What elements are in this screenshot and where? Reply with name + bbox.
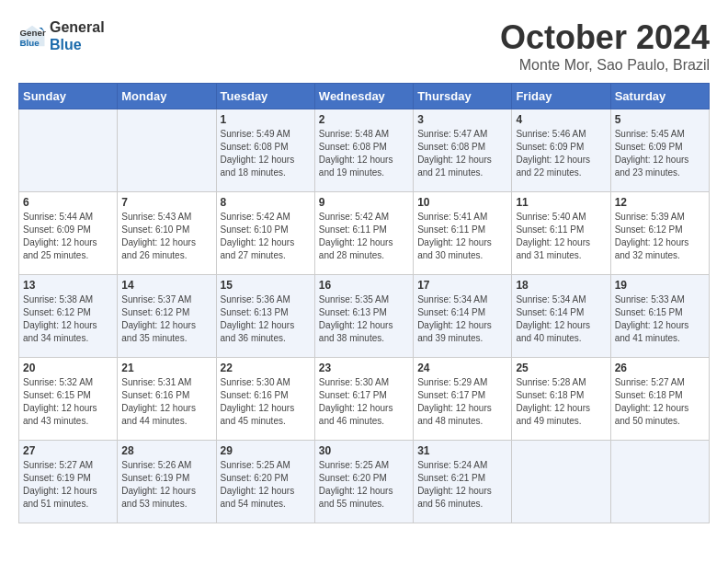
calendar-day-cell: 1Sunrise: 5:49 AMSunset: 6:08 PMDaylight…: [216, 109, 314, 192]
day-number: 17: [417, 279, 507, 292]
day-info: Sunrise: 5:25 AMSunset: 6:20 PMDaylight:…: [319, 459, 409, 511]
weekday-header: Monday: [118, 84, 216, 109]
calendar-day-cell: [118, 109, 216, 192]
calendar-day-cell: 18Sunrise: 5:34 AMSunset: 6:14 PMDayligh…: [512, 275, 610, 358]
weekday-header: Saturday: [610, 84, 709, 109]
weekday-header: Thursday: [414, 84, 512, 109]
calendar-day-cell: 23Sunrise: 5:30 AMSunset: 6:17 PMDayligh…: [314, 358, 413, 441]
calendar-day-cell: 22Sunrise: 5:30 AMSunset: 6:16 PMDayligh…: [216, 358, 314, 441]
calendar-day-cell: [512, 441, 610, 523]
calendar-day-cell: 16Sunrise: 5:35 AMSunset: 6:13 PMDayligh…: [314, 275, 413, 358]
day-number: 2: [319, 113, 409, 126]
day-number: 7: [121, 196, 211, 209]
calendar-day-cell: 24Sunrise: 5:29 AMSunset: 6:17 PMDayligh…: [414, 358, 512, 441]
day-info: Sunrise: 5:48 AMSunset: 6:08 PMDaylight:…: [319, 128, 409, 179]
calendar-day-cell: 6Sunrise: 5:44 AMSunset: 6:09 PMDaylight…: [19, 192, 118, 275]
day-info: Sunrise: 5:29 AMSunset: 6:17 PMDaylight:…: [417, 376, 507, 428]
calendar-day-cell: 10Sunrise: 5:41 AMSunset: 6:11 PMDayligh…: [414, 192, 512, 275]
calendar-week-row: 27Sunrise: 5:27 AMSunset: 6:19 PMDayligh…: [19, 441, 710, 523]
day-info: Sunrise: 5:46 AMSunset: 6:09 PMDaylight:…: [516, 128, 606, 179]
day-number: 5: [615, 113, 705, 126]
day-info: Sunrise: 5:30 AMSunset: 6:17 PMDaylight:…: [319, 376, 409, 428]
calendar-week-row: 20Sunrise: 5:32 AMSunset: 6:15 PMDayligh…: [19, 358, 710, 441]
calendar-day-cell: [610, 441, 709, 523]
calendar-day-cell: 2Sunrise: 5:48 AMSunset: 6:08 PMDaylight…: [314, 109, 413, 192]
day-info: Sunrise: 5:27 AMSunset: 6:18 PMDaylight:…: [615, 376, 705, 428]
day-info: Sunrise: 5:24 AMSunset: 6:21 PMDaylight:…: [417, 459, 507, 511]
calendar-day-cell: 21Sunrise: 5:31 AMSunset: 6:16 PMDayligh…: [118, 358, 216, 441]
weekday-header: Friday: [512, 84, 610, 109]
day-info: Sunrise: 5:30 AMSunset: 6:16 PMDaylight:…: [221, 376, 311, 428]
svg-text:Blue: Blue: [20, 38, 40, 48]
day-number: 8: [221, 196, 311, 209]
header: General Blue General Blue October 2024 M…: [18, 18, 710, 74]
day-number: 9: [319, 196, 409, 209]
logo-blue: Blue: [50, 36, 105, 53]
day-info: Sunrise: 5:34 AMSunset: 6:14 PMDaylight:…: [516, 293, 606, 345]
day-info: Sunrise: 5:34 AMSunset: 6:14 PMDaylight:…: [417, 293, 507, 345]
calendar-day-cell: 28Sunrise: 5:26 AMSunset: 6:19 PMDayligh…: [118, 441, 216, 523]
day-info: Sunrise: 5:36 AMSunset: 6:13 PMDaylight:…: [221, 293, 311, 345]
calendar-day-cell: 29Sunrise: 5:25 AMSunset: 6:20 PMDayligh…: [216, 441, 314, 523]
page-title: October 2024: [500, 18, 710, 57]
day-info: Sunrise: 5:28 AMSunset: 6:18 PMDaylight:…: [516, 376, 606, 428]
day-info: Sunrise: 5:33 AMSunset: 6:15 PMDaylight:…: [615, 293, 705, 345]
day-number: 12: [615, 196, 705, 209]
day-number: 16: [319, 279, 409, 292]
calendar-day-cell: 13Sunrise: 5:38 AMSunset: 6:12 PMDayligh…: [19, 275, 118, 358]
day-number: 21: [121, 362, 211, 374]
day-number: 10: [417, 196, 507, 209]
calendar-day-cell: 12Sunrise: 5:39 AMSunset: 6:12 PMDayligh…: [610, 192, 709, 275]
calendar-day-cell: 20Sunrise: 5:32 AMSunset: 6:15 PMDayligh…: [19, 358, 118, 441]
day-number: 26: [615, 362, 705, 374]
calendar-day-cell: 5Sunrise: 5:45 AMSunset: 6:09 PMDaylight…: [610, 109, 709, 192]
logo: General Blue General Blue: [18, 18, 105, 53]
day-number: 6: [23, 196, 113, 209]
calendar-day-cell: 11Sunrise: 5:40 AMSunset: 6:11 PMDayligh…: [512, 192, 610, 275]
calendar-day-cell: 25Sunrise: 5:28 AMSunset: 6:18 PMDayligh…: [512, 358, 610, 441]
day-number: 3: [417, 113, 507, 126]
day-number: 20: [23, 362, 113, 374]
day-info: Sunrise: 5:40 AMSunset: 6:11 PMDaylight:…: [516, 211, 606, 262]
logo-icon: General Blue: [18, 22, 46, 50]
calendar-week-row: 1Sunrise: 5:49 AMSunset: 6:08 PMDaylight…: [19, 109, 710, 192]
day-number: 1: [221, 113, 311, 126]
day-info: Sunrise: 5:49 AMSunset: 6:08 PMDaylight:…: [221, 128, 311, 179]
calendar-day-cell: 19Sunrise: 5:33 AMSunset: 6:15 PMDayligh…: [610, 275, 709, 358]
day-number: 24: [417, 362, 507, 374]
day-number: 18: [516, 279, 606, 292]
calendar-day-cell: 3Sunrise: 5:47 AMSunset: 6:08 PMDaylight…: [414, 109, 512, 192]
page-subtitle: Monte Mor, Sao Paulo, Brazil: [500, 57, 710, 74]
day-info: Sunrise: 5:44 AMSunset: 6:09 PMDaylight:…: [23, 211, 113, 262]
day-number: 19: [615, 279, 705, 292]
calendar-day-cell: [19, 109, 118, 192]
calendar-day-cell: 27Sunrise: 5:27 AMSunset: 6:19 PMDayligh…: [19, 441, 118, 523]
calendar-day-cell: 30Sunrise: 5:25 AMSunset: 6:20 PMDayligh…: [314, 441, 413, 523]
calendar-week-row: 6Sunrise: 5:44 AMSunset: 6:09 PMDaylight…: [19, 192, 710, 275]
weekday-header: Sunday: [19, 84, 118, 109]
day-number: 14: [121, 279, 211, 292]
calendar-day-cell: 8Sunrise: 5:42 AMSunset: 6:10 PMDaylight…: [216, 192, 314, 275]
day-number: 30: [319, 444, 409, 457]
day-info: Sunrise: 5:25 AMSunset: 6:20 PMDaylight:…: [221, 459, 311, 511]
day-info: Sunrise: 5:39 AMSunset: 6:12 PMDaylight:…: [615, 211, 705, 262]
day-number: 4: [516, 113, 606, 126]
day-info: Sunrise: 5:41 AMSunset: 6:11 PMDaylight:…: [417, 211, 507, 262]
day-info: Sunrise: 5:42 AMSunset: 6:10 PMDaylight:…: [221, 211, 311, 262]
day-number: 29: [221, 444, 311, 457]
calendar-day-cell: 4Sunrise: 5:46 AMSunset: 6:09 PMDaylight…: [512, 109, 610, 192]
day-number: 11: [516, 196, 606, 209]
day-info: Sunrise: 5:35 AMSunset: 6:13 PMDaylight:…: [319, 293, 409, 345]
day-info: Sunrise: 5:47 AMSunset: 6:08 PMDaylight:…: [417, 128, 507, 179]
day-info: Sunrise: 5:38 AMSunset: 6:12 PMDaylight:…: [23, 293, 113, 345]
day-info: Sunrise: 5:26 AMSunset: 6:19 PMDaylight:…: [121, 459, 211, 511]
day-info: Sunrise: 5:27 AMSunset: 6:19 PMDaylight:…: [23, 459, 113, 511]
day-number: 15: [221, 279, 311, 292]
day-number: 22: [221, 362, 311, 374]
calendar-week-row: 13Sunrise: 5:38 AMSunset: 6:12 PMDayligh…: [19, 275, 710, 358]
day-number: 23: [319, 362, 409, 374]
calendar-day-cell: 17Sunrise: 5:34 AMSunset: 6:14 PMDayligh…: [414, 275, 512, 358]
calendar-day-cell: 14Sunrise: 5:37 AMSunset: 6:12 PMDayligh…: [118, 275, 216, 358]
day-number: 13: [23, 279, 113, 292]
calendar-day-cell: 26Sunrise: 5:27 AMSunset: 6:18 PMDayligh…: [610, 358, 709, 441]
